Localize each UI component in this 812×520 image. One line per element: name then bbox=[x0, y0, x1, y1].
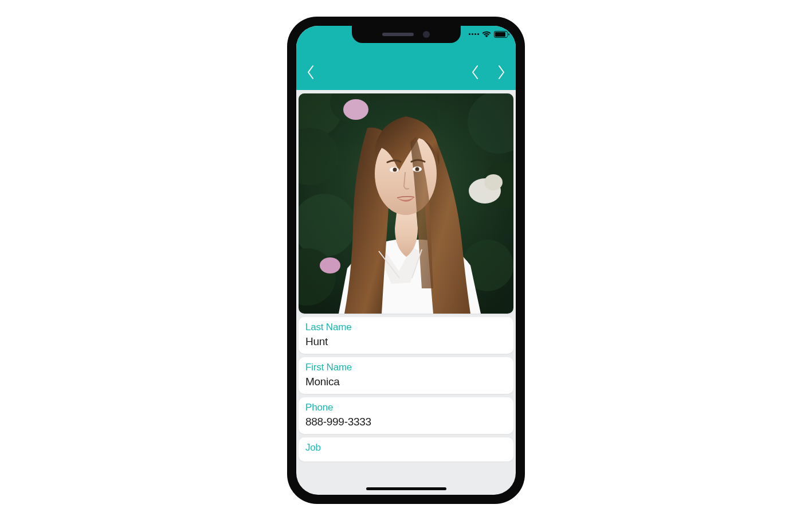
home-indicator[interactable] bbox=[366, 487, 446, 490]
field-label: Phone bbox=[305, 402, 507, 413]
profile-photo[interactable] bbox=[299, 93, 513, 314]
wifi-icon bbox=[482, 31, 491, 38]
field-value: Hunt bbox=[305, 335, 507, 348]
field-first-name[interactable]: First Name Monica bbox=[299, 357, 513, 394]
svg-point-12 bbox=[320, 257, 340, 273]
svg-point-17 bbox=[415, 167, 419, 171]
chevron-right-icon bbox=[497, 64, 505, 80]
content-area[interactable]: Last Name Hunt First Name Monica Phone 8… bbox=[296, 90, 516, 495]
profile-photo-card bbox=[299, 93, 513, 314]
back-button[interactable] bbox=[303, 61, 318, 84]
chevron-left-icon bbox=[471, 64, 479, 80]
phone-shell: Last Name Hunt First Name Monica Phone 8… bbox=[287, 17, 525, 504]
field-label: Last Name bbox=[305, 322, 507, 333]
field-phone[interactable]: Phone 888-999-3333 bbox=[299, 397, 513, 434]
svg-point-9 bbox=[343, 99, 368, 120]
field-value: Monica bbox=[305, 376, 507, 388]
phone-notch bbox=[352, 26, 461, 43]
phone-screen: Last Name Hunt First Name Monica Phone 8… bbox=[296, 26, 516, 495]
chevron-left-icon bbox=[307, 64, 315, 80]
status-bar bbox=[469, 28, 508, 41]
next-button[interactable] bbox=[494, 61, 509, 84]
svg-point-11 bbox=[484, 174, 503, 190]
field-job[interactable]: Job bbox=[299, 437, 513, 462]
battery-icon bbox=[494, 31, 508, 38]
svg-point-15 bbox=[393, 167, 397, 171]
field-last-name[interactable]: Last Name Hunt bbox=[299, 317, 513, 354]
field-label: Job bbox=[305, 442, 507, 453]
prev-button[interactable] bbox=[468, 61, 483, 84]
field-value: 888-999-3333 bbox=[305, 416, 507, 428]
cellular-icon bbox=[469, 33, 479, 35]
field-label: First Name bbox=[305, 362, 507, 373]
front-camera bbox=[423, 31, 430, 38]
speaker-grille bbox=[382, 33, 414, 36]
